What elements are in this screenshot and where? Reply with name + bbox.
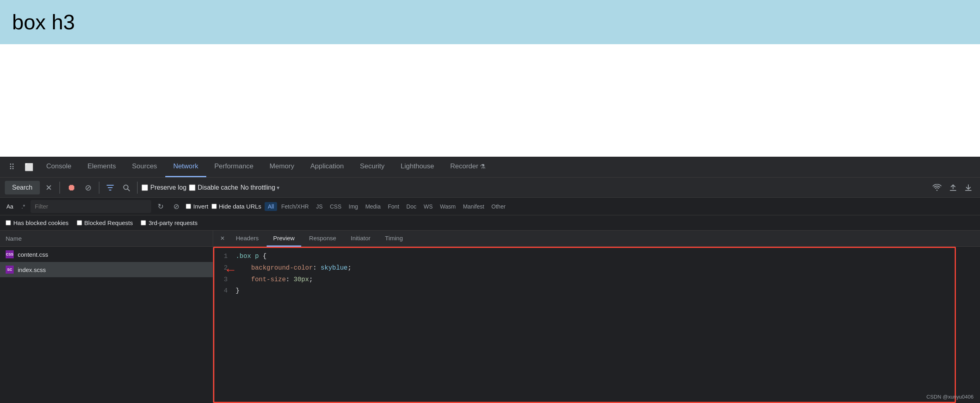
tab-sources[interactable]: Sources	[124, 157, 165, 177]
devtools-panel: ⠿ ⬜ Console Elements Sources Network Per…	[0, 157, 980, 403]
dot-star-label[interactable]: .*	[19, 203, 27, 210]
disable-cache-label[interactable]: Disable cache	[189, 184, 238, 191]
toolbar-divider-1	[60, 182, 60, 194]
filter-type-wasm[interactable]: Wasm	[437, 202, 459, 211]
network-list-header: Name	[0, 231, 213, 247]
svg-rect-2	[950, 190, 956, 191]
tab-preview[interactable]: Preview	[267, 231, 301, 247]
filter-input[interactable]	[35, 203, 115, 210]
network-item-index-scss[interactable]: SC index.scss ←	[0, 262, 213, 277]
upload-icon-button[interactable]	[946, 181, 960, 194]
third-party-requests-label[interactable]: 3rd-party requests	[141, 219, 197, 226]
filter-type-buttons: All Fetch/XHR JS CSS Img Media Font Doc …	[265, 202, 509, 211]
preserve-log-label[interactable]: Preserve log	[142, 184, 187, 191]
devtools-toolbar: Search ✕ ⏺ ⊘ Preserve log Disable cac	[0, 178, 980, 198]
line-number-4: 4	[220, 285, 228, 297]
browser-viewport: box h3	[0, 0, 980, 157]
preserve-log-checkbox[interactable]	[142, 184, 148, 191]
page-header: box h3	[0, 0, 980, 44]
tab-performance[interactable]: Performance	[206, 157, 261, 177]
tab-recorder[interactable]: Recorder ⚗	[442, 157, 494, 177]
devtools-filter-row: Aa .* ↻ ⊘ Invert Hide data URLs All Fetc…	[0, 198, 980, 215]
download-icon-button[interactable]	[962, 181, 975, 194]
code-line-2: 2 background-color: skyblue;	[220, 262, 974, 274]
file-icon-scss: SC	[6, 266, 14, 274]
line-number-1: 1	[220, 251, 228, 262]
filter-type-doc[interactable]: Doc	[403, 202, 420, 211]
throttle-dropdown-icon: ▾	[277, 184, 279, 191]
search-close-button[interactable]: ✕	[42, 181, 55, 194]
page-title: box h3	[12, 10, 75, 34]
clear-button[interactable]: ⊘	[82, 181, 95, 194]
preview-tabs-row: × Headers Preview Response Initiator Tim…	[213, 231, 980, 247]
filter-type-media[interactable]: Media	[362, 202, 384, 211]
devtools-tab-bar: ⠿ ⬜ Console Elements Sources Network Per…	[0, 157, 980, 178]
filter-type-other[interactable]: Other	[488, 202, 509, 211]
filter-type-fetch[interactable]: Fetch/XHR	[278, 202, 312, 211]
filter-type-js[interactable]: JS	[313, 202, 326, 211]
has-blocked-cookies-label[interactable]: Has blocked cookies	[6, 219, 69, 226]
hide-data-urls-checkbox[interactable]	[212, 204, 217, 209]
search-icon	[123, 184, 130, 191]
tab-network[interactable]: Network	[165, 157, 206, 177]
has-blocked-cookies-checkbox[interactable]	[6, 220, 11, 225]
devtools-main-content: Name CSS content.css SC index.scss ←	[0, 231, 980, 403]
tab-security[interactable]: Security	[352, 157, 392, 177]
toolbar-right-icons	[929, 181, 975, 194]
filter-clear-button[interactable]: ⊘	[170, 200, 183, 213]
filter-type-css[interactable]: CSS	[327, 202, 345, 211]
toolbar-divider-3	[137, 182, 138, 194]
wifi-icon-button[interactable]	[929, 181, 945, 194]
throttle-label: No throttling	[240, 184, 275, 191]
filter-type-img[interactable]: Img	[345, 202, 361, 211]
devtools-extra-filter-row: Has blocked cookies Blocked Requests 3rd…	[0, 215, 980, 231]
search-icon-button[interactable]	[119, 181, 133, 194]
record-button[interactable]: ⏺	[64, 181, 79, 194]
disable-cache-checkbox[interactable]	[189, 184, 195, 191]
filter-type-manifest[interactable]: Manifest	[460, 202, 487, 211]
tab-headers[interactable]: Headers	[230, 231, 265, 247]
upload-icon	[949, 184, 957, 192]
download-icon	[965, 184, 972, 192]
tab-console[interactable]: Console	[38, 157, 79, 177]
invert-label[interactable]: Invert	[186, 203, 208, 210]
code-text-1: .box p {	[236, 251, 267, 262]
throttle-control: No throttling ▾	[240, 184, 279, 191]
tab-elements[interactable]: Elements	[79, 157, 124, 177]
filter-icon-button[interactable]	[103, 181, 117, 194]
aa-label[interactable]: Aa	[4, 203, 16, 210]
watermark: CSDN @xunyu0406	[927, 394, 974, 400]
tab-application[interactable]: Application	[302, 157, 352, 177]
blocked-requests-checkbox[interactable]	[77, 220, 82, 225]
tab-memory[interactable]: Memory	[261, 157, 302, 177]
code-text-4: }	[236, 285, 240, 297]
tab-response[interactable]: Response	[303, 231, 343, 247]
network-item-content-css[interactable]: CSS content.css	[0, 247, 213, 262]
third-party-requests-checkbox[interactable]	[141, 220, 146, 225]
toolbar-divider-2	[99, 182, 99, 194]
tab-lighthouse[interactable]: Lighthouse	[392, 157, 442, 177]
svg-rect-3	[965, 190, 972, 191]
code-line-3: 3 font-size: 30px;	[220, 274, 974, 286]
hide-data-urls-label[interactable]: Hide data URLs	[212, 203, 261, 210]
preview-close-button[interactable]: ×	[217, 233, 228, 243]
line-number-3: 3	[220, 274, 228, 286]
search-panel-button[interactable]: Search	[5, 181, 40, 194]
devtools-icon-1[interactable]: ⠿	[4, 157, 20, 177]
filter-type-font[interactable]: Font	[385, 202, 403, 211]
wifi-icon	[933, 184, 941, 191]
line-number-2: 2	[220, 262, 228, 274]
tab-timing[interactable]: Timing	[378, 231, 409, 247]
tab-initiator[interactable]: Initiator	[344, 231, 377, 247]
filter-type-all[interactable]: All	[265, 202, 277, 211]
blocked-requests-label[interactable]: Blocked Requests	[77, 219, 133, 226]
invert-checkbox[interactable]	[186, 204, 191, 209]
network-list-panel: Name CSS content.css SC index.scss ←	[0, 231, 213, 403]
filter-type-ws[interactable]: WS	[420, 202, 436, 211]
code-line-1: 1 .box p {	[220, 251, 974, 262]
devtools-icon-2[interactable]: ⬜	[20, 157, 38, 177]
code-text-3: font-size: 30px;	[236, 274, 313, 286]
code-line-4: 4 }	[220, 285, 974, 297]
svg-line-1	[127, 189, 129, 191]
filter-refresh-button[interactable]: ↻	[154, 200, 167, 213]
